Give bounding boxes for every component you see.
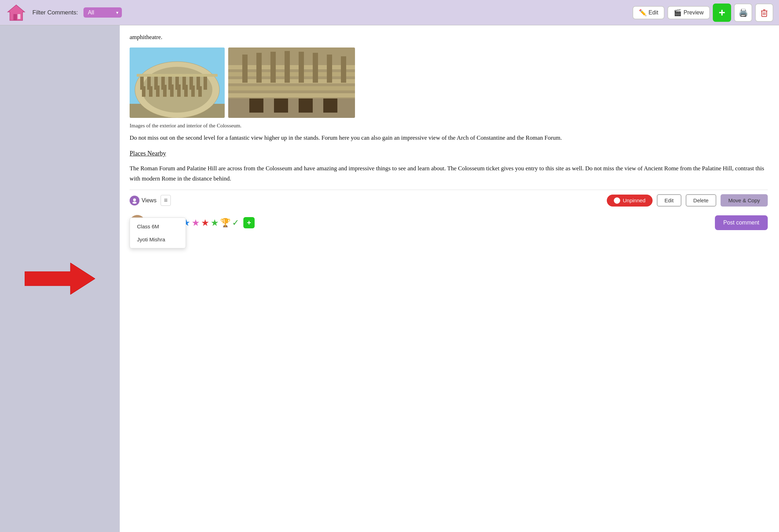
svg-rect-46 (299, 52, 304, 83)
preview-button[interactable]: 🎬 Preview (667, 6, 710, 19)
svg-rect-24 (142, 86, 145, 97)
app-header: Filter Comments: All Pinned Unpinned ✏️ … (0, 0, 779, 25)
dropdown-item-class6m[interactable]: Class 6M (130, 220, 186, 233)
emoji-check[interactable]: ✓ (232, 218, 239, 228)
views-button[interactable]: Views (130, 196, 156, 205)
svg-rect-23 (204, 76, 207, 90)
emoji-star-pink[interactable]: ★ (192, 217, 200, 228)
add-button[interactable]: + (713, 4, 731, 22)
plus-icon: + (719, 6, 725, 19)
filter-icon-button[interactable]: ≡ (161, 195, 171, 206)
image-caption: Images of the exterior and interior of t… (130, 123, 768, 129)
unpinned-toggle-button[interactable]: Unpinned (607, 195, 653, 207)
comment-bar: Views Class 6M Jyoti Mishra ≡ Unpinned E… (130, 190, 768, 211)
content-area: amphitheatre. (120, 25, 779, 532)
svg-point-55 (132, 202, 137, 204)
svg-rect-2 (18, 14, 20, 19)
arrow-indicator (25, 261, 95, 296)
images-row (130, 48, 768, 118)
header-actions: ✏️ Edit 🎬 Preview + 🖨️ (632, 4, 773, 22)
red-arrow-icon (25, 261, 95, 296)
svg-rect-31 (191, 86, 195, 97)
svg-rect-27 (163, 85, 167, 97)
svg-rect-51 (274, 99, 288, 113)
svg-rect-29 (177, 84, 181, 97)
edit-button[interactable]: ✏️ Edit (632, 6, 665, 19)
svg-rect-48 (327, 55, 332, 83)
svg-rect-44 (270, 52, 276, 83)
emoji-row: 😊 👍 ★ ★ ★ ★ ★ 🏆 ✓ + (149, 217, 711, 228)
colosseum-exterior-image (130, 48, 225, 118)
add-emoji-button[interactable]: + (243, 217, 255, 228)
article-body: Do not miss out on the second level for … (130, 133, 768, 184)
pencil-icon: ✏️ (639, 9, 647, 17)
comment-delete-button[interactable]: Delete (686, 194, 716, 207)
edit-label: Edit (649, 10, 659, 16)
printer-icon: 🖨️ (739, 8, 748, 17)
post-comment-button[interactable]: Post comment (715, 215, 768, 230)
toggle-circle (614, 197, 620, 204)
comment-edit-button[interactable]: Edit (657, 194, 681, 207)
comment-edit-label: Edit (665, 197, 674, 203)
emoji-trophy[interactable]: 🏆 (220, 218, 231, 228)
svg-rect-30 (184, 85, 188, 97)
sidebar (0, 25, 120, 532)
filter-select-wrap[interactable]: All Pinned Unpinned (83, 7, 122, 18)
svg-rect-53 (323, 99, 337, 113)
filter-comments-label: Filter Comments: (32, 9, 78, 16)
article-intro-text: amphitheatre. (130, 32, 768, 43)
article-intro: amphitheatre. (130, 32, 768, 43)
trash-icon (759, 8, 769, 18)
emoji-star-green[interactable]: ★ (211, 217, 219, 228)
plus-emoji-icon: + (247, 219, 251, 227)
unpinned-label: Unpinned (623, 197, 646, 203)
svg-rect-28 (170, 84, 174, 97)
dropdown-item-jyoti[interactable]: Jyoti Mishra (130, 233, 186, 246)
post-comment-row: 😊 👍 ★ ★ ★ ★ ★ 🏆 ✓ + Post comment (130, 211, 768, 230)
svg-point-54 (133, 198, 136, 201)
svg-rect-32 (198, 86, 202, 97)
preview-icon: 🎬 (674, 9, 681, 17)
emoji-star-red[interactable]: ★ (201, 217, 209, 228)
svg-rect-26 (156, 86, 160, 97)
preview-label: Preview (684, 10, 704, 16)
colosseum-interior-image (228, 48, 355, 118)
svg-rect-49 (341, 56, 346, 83)
svg-rect-25 (149, 86, 152, 97)
svg-marker-9 (25, 263, 95, 294)
filter-select[interactable]: All Pinned Unpinned (83, 7, 122, 18)
views-label: Views (142, 197, 156, 204)
svg-rect-45 (285, 51, 290, 83)
svg-rect-42 (242, 55, 248, 83)
delete-toolbar-button[interactable] (755, 4, 773, 22)
svg-rect-50 (249, 99, 263, 113)
filter-lines-icon: ≡ (164, 197, 168, 204)
comment-delete-label: Delete (693, 197, 709, 203)
svg-rect-40 (228, 86, 355, 90)
svg-rect-52 (299, 99, 313, 113)
print-button[interactable]: 🖨️ (734, 4, 752, 22)
svg-rect-1 (13, 14, 17, 20)
main-wrap: amphitheatre. (0, 25, 779, 532)
home-icon[interactable] (6, 3, 27, 23)
move-copy-button[interactable]: Move & Copy (721, 194, 768, 207)
svg-rect-33 (137, 74, 218, 77)
article-places-text: The Roman Forum and Palatine Hill are ac… (130, 164, 768, 184)
move-copy-label: Move & Copy (728, 197, 760, 203)
post-comment-label: Post comment (723, 220, 759, 226)
svg-rect-47 (313, 53, 318, 83)
places-heading: Places Nearby (130, 148, 768, 159)
views-user-icon (130, 196, 139, 205)
views-dropdown-container: Views Class 6M Jyoti Mishra (130, 196, 156, 205)
article-para1: Do not miss out on the second level for … (130, 133, 768, 143)
svg-rect-41 (228, 93, 355, 97)
views-dropdown: Class 6M Jyoti Mishra (130, 217, 186, 248)
svg-rect-43 (256, 53, 262, 83)
